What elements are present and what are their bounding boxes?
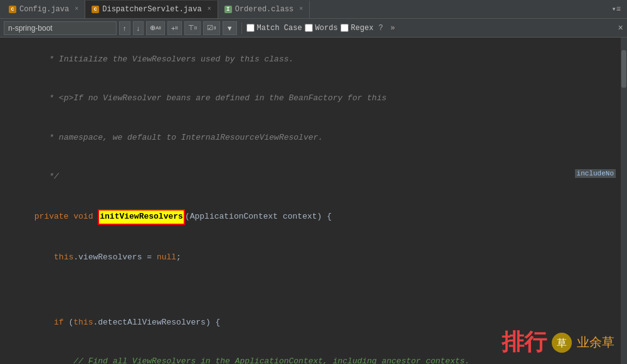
tab-icon-ordered: I [224,6,232,13]
code-text [34,252,54,262]
code-text: .detectAllViewResolvers) { [93,318,220,327]
code-line-3: * namespace, we default to InternalResou… [5,118,622,157]
match-case-text: Match Case [257,24,302,33]
code-line-7 [5,277,622,290]
search-input[interactable] [4,21,117,35]
code-area: * Initialize the ViewResolvers used by t… [0,38,627,364]
code-text: ; [176,252,181,262]
code-text: * Initialize the ViewResolvers used by t… [34,55,293,64]
code-comment: // Find all ViewResolvers in the Applica… [34,356,470,364]
search-check-ii-btn[interactable]: ☑II [203,21,219,35]
scrollbar-thumb[interactable] [621,50,626,88]
code-text: .viewResolvers = [73,252,157,262]
words-checkbox[interactable] [305,24,313,32]
tab-close-dispatcher[interactable]: × [208,6,211,13]
svg-text:草: 草 [557,338,567,348]
code-keyword: this [54,252,73,262]
search-bar: ↑ ↓ ⊕All +II ⊤II ☑II ▼ Match Case Words … [0,19,627,38]
regex-label[interactable]: Regex [340,24,374,33]
search-more-btn[interactable]: » [388,24,398,33]
code-line-6: this.viewResolvers = null; [5,238,622,277]
search-next-btn[interactable]: ↓ [133,21,144,35]
search-top-ii-btn[interactable]: ⊤II [184,21,201,35]
tab-label-ordered: Ordered.class [235,5,294,14]
code-keyword-void: void [73,212,98,221]
search-question[interactable]: ? [376,24,386,33]
code-line-1: * Initialize the ViewResolvers used by t… [5,40,622,79]
tab-icon-config: c [9,6,16,13]
code-line-5: private void initViewResolvers(Applicati… [5,197,622,238]
code-text: ApplicationContext [190,212,278,221]
include-no-btn[interactable]: includeNo [575,169,616,178]
search-close-btn[interactable]: × [618,23,623,33]
code-keyword-private: private [34,212,73,221]
code-null: null [157,252,176,262]
search-prev-btn[interactable]: ↑ [119,21,130,35]
tab-close-config[interactable]: × [75,6,78,13]
code-line-4: */ [5,157,622,196]
watermark-sub: 业余草 [577,334,614,351]
search-sep-1 [241,23,242,34]
tab-icon-dispatcher: c [92,6,99,13]
words-label[interactable]: Words [305,24,338,33]
code-if: if [54,318,68,327]
words-text: Words [315,24,338,33]
code-highlight-method: initViewResolvers [98,209,185,225]
tab-config[interactable]: c Config.java × [3,1,85,18]
regex-text: Regex [351,24,374,33]
search-add-btn[interactable]: ⊕All [146,21,165,35]
tab-close-ordered[interactable]: × [299,6,303,13]
scrollbar-track[interactable] [621,38,627,364]
tab-ordered[interactable]: I Ordered.class × [218,1,310,18]
code-content: * Initialize the ViewResolvers used by t… [0,38,627,364]
tab-dispatcher[interactable]: c DispatcherServlet.java × [85,1,218,18]
tab-bar: c Config.java × c DispatcherServlet.java… [0,0,627,19]
watermark: 排行 草 业余草 [502,327,614,358]
code-this: this [73,318,93,327]
code-line-2: * <p>If no ViewResolver beans are define… [5,79,622,118]
code-line-8 [5,290,622,303]
watermark-icon: 草 [551,331,573,354]
match-case-label[interactable]: Match Case [246,24,302,33]
search-filter-btn[interactable]: ▼ [223,21,237,35]
code-text: */ [34,172,59,181]
code-text: context) { [278,212,332,221]
code-text [34,318,54,327]
tab-overflow-arrow[interactable]: ▾≡ [608,4,624,14]
match-case-checkbox[interactable] [246,24,255,32]
regex-checkbox[interactable] [340,24,349,32]
code-text: * <p>If no ViewResolver beans are define… [34,93,387,103]
tab-label-config: Config.java [19,5,69,14]
watermark-main: 排行 [502,327,547,358]
code-text: ( [185,212,190,221]
tab-label-dispatcher: DispatcherServlet.java [102,5,201,14]
search-plus-ii-btn[interactable]: +II [167,21,182,35]
code-text: * namespace, we default to InternalResou… [34,133,323,142]
